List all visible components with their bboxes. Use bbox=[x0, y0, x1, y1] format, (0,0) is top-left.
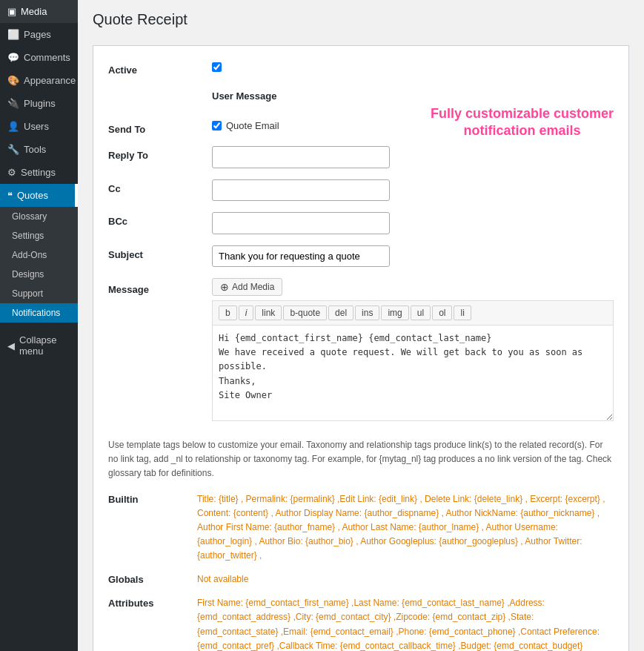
media-icon: ▣ bbox=[7, 6, 16, 17]
sidebar-item-appearance[interactable]: 🎨 Appearance bbox=[0, 69, 78, 92]
toolbar-ul[interactable]: ul bbox=[411, 305, 431, 320]
bcc-label: BCc bbox=[108, 212, 212, 227]
globals-row: Globals Not available bbox=[108, 572, 614, 588]
sidebar-submenu: Glossary Settings Add-Ons Designs Suppor… bbox=[0, 207, 78, 323]
sidebar-item-users[interactable]: 👤 Users bbox=[0, 115, 78, 138]
send-to-label: Send To bbox=[108, 120, 212, 135]
page-title: Quote Receipt bbox=[93, 11, 629, 34]
toolbar-bquote[interactable]: b-quote bbox=[283, 305, 327, 320]
wp-admin-layout: ▣ Media ⬜ Pages 💬 Comments 🎨 Appearance … bbox=[0, 0, 644, 651]
subject-field bbox=[212, 245, 614, 268]
user-message-heading: User Message bbox=[212, 90, 614, 102]
appearance-icon: 🎨 bbox=[7, 75, 19, 86]
bcc-field bbox=[212, 212, 614, 234]
reply-to-field bbox=[212, 146, 614, 168]
toolbar-italic[interactable]: i bbox=[239, 305, 254, 320]
cc-input[interactable] bbox=[212, 179, 390, 202]
subject-input[interactable] bbox=[212, 245, 390, 268]
builtin-row: Builtin Title: {title} , Permalink: {per… bbox=[108, 492, 614, 564]
reply-to-input[interactable] bbox=[212, 146, 390, 168]
bcc-input[interactable] bbox=[212, 212, 390, 234]
sidebar-item-settings-sub[interactable]: Settings bbox=[0, 226, 78, 245]
settings-icon: ⚙ bbox=[7, 167, 16, 178]
active-label: Active bbox=[108, 61, 212, 76]
message-row: Message ⊕ Add Media b i link b-quo bbox=[108, 278, 614, 423]
pages-icon: ⬜ bbox=[7, 29, 19, 40]
sidebar-item-addons[interactable]: Add-Ons bbox=[0, 245, 78, 265]
sidebar-item-tools[interactable]: 🔧 Tools bbox=[0, 138, 78, 161]
send-to-checkbox[interactable] bbox=[212, 121, 222, 130]
form-container: Fully customizable customerFully customi… bbox=[93, 45, 629, 651]
bcc-row: BCc bbox=[108, 212, 614, 234]
quotes-icon: ❝ bbox=[7, 190, 13, 201]
reply-to-label: Reply To bbox=[108, 146, 212, 161]
message-label: Message bbox=[108, 278, 212, 295]
main-content: Quote Receipt Fully customizable custome… bbox=[78, 0, 644, 651]
comments-icon: 💬 bbox=[7, 52, 19, 63]
toolbar-bold[interactable]: b bbox=[219, 305, 237, 320]
tags-table: Builtin Title: {title} , Permalink: {per… bbox=[108, 492, 614, 651]
media-add-icon: ⊕ bbox=[220, 281, 229, 293]
cc-label: Cc bbox=[108, 179, 212, 194]
subject-label: Subject bbox=[108, 245, 212, 260]
active-field bbox=[212, 61, 614, 74]
globals-tags: Not available bbox=[197, 572, 614, 586]
plugins-icon: 🔌 bbox=[7, 98, 19, 109]
sidebar-item-glossary[interactable]: Glossary bbox=[0, 207, 78, 226]
template-description: Use template tags below to customize you… bbox=[108, 438, 614, 481]
toolbar-ol[interactable]: ol bbox=[432, 305, 452, 320]
toolbar-link[interactable]: link bbox=[255, 305, 282, 320]
sidebar-item-support[interactable]: Support bbox=[0, 284, 78, 303]
attributes-label: Attributes bbox=[108, 596, 197, 612]
add-media-button[interactable]: ⊕ Add Media bbox=[212, 278, 282, 296]
promo-banner: Fully customizable customerFully customi… bbox=[431, 105, 614, 140]
globals-label: Globals bbox=[108, 572, 197, 588]
builtin-label: Builtin bbox=[108, 492, 197, 508]
sidebar-item-comments[interactable]: 💬 Comments bbox=[0, 46, 78, 69]
collapse-icon: ◀ bbox=[7, 340, 15, 351]
toolbar-del[interactable]: del bbox=[328, 305, 353, 320]
builtin-tags: Title: {title} , Permalink: {permalink} … bbox=[197, 492, 614, 564]
active-checkbox[interactable] bbox=[212, 62, 222, 72]
users-icon: 👤 bbox=[7, 121, 19, 132]
sidebar-item-settings[interactable]: ⚙ Settings bbox=[0, 161, 78, 184]
sidebar-item-quotes[interactable]: ❝ Quotes bbox=[0, 184, 78, 207]
sidebar-item-pages[interactable]: ⬜ Pages bbox=[0, 23, 78, 46]
editor-toolbar: b i link b-quote del ins img ul ol li bbox=[212, 300, 614, 325]
sidebar-item-media[interactable]: ▣ Media bbox=[0, 0, 78, 23]
tools-icon: 🔧 bbox=[7, 144, 19, 155]
sidebar: ▣ Media ⬜ Pages 💬 Comments 🎨 Appearance … bbox=[0, 0, 78, 651]
attributes-tags: First Name: {emd_contact_first_name} ,La… bbox=[197, 596, 614, 651]
attributes-row: Attributes First Name: {emd_contact_firs… bbox=[108, 596, 614, 651]
toolbar-img[interactable]: img bbox=[381, 305, 408, 320]
active-row: Active bbox=[108, 61, 614, 76]
toolbar-li[interactable]: li bbox=[454, 305, 471, 320]
collapse-menu-button[interactable]: ◀ Collapse menu bbox=[0, 328, 78, 363]
cc-row: Cc bbox=[108, 179, 614, 202]
subject-row: Subject bbox=[108, 245, 614, 268]
sidebar-item-plugins[interactable]: 🔌 Plugins bbox=[0, 92, 78, 115]
cc-field bbox=[212, 179, 614, 202]
sidebar-item-designs[interactable]: Designs bbox=[0, 265, 78, 284]
reply-to-row: Reply To bbox=[108, 146, 614, 168]
template-info: Use template tags below to customize you… bbox=[108, 438, 614, 651]
sidebar-item-notifications[interactable]: Notifications bbox=[0, 303, 78, 323]
message-textarea[interactable]: Hi {emd_contact_first_name} {emd_contact… bbox=[212, 325, 614, 421]
toolbar-ins[interactable]: ins bbox=[355, 305, 379, 320]
message-field: ⊕ Add Media b i link b-quote del ins img… bbox=[212, 278, 614, 423]
